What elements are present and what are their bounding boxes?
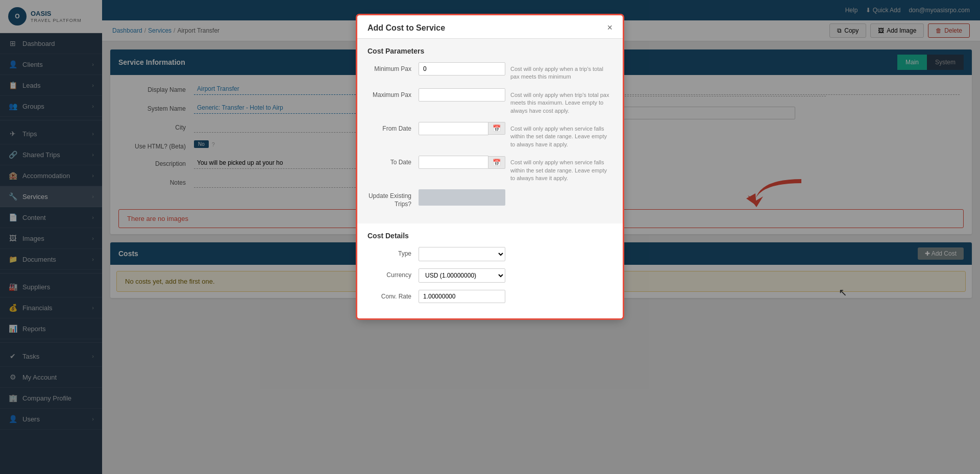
currency-select[interactable]: USD (1.00000000) EUR GBP — [419, 268, 505, 283]
type-row: Type Per Person Per Group Per Vehicle — [368, 247, 612, 261]
conv-rate-control — [419, 290, 505, 303]
modal-header: Add Cost to Service × — [357, 15, 623, 39]
to-date-hint: Cost will only apply when service falls … — [510, 156, 612, 182]
currency-row: Currency USD (1.00000000) EUR GBP — [368, 268, 612, 283]
max-pax-hint: Cost will only apply when trip's total p… — [510, 88, 612, 115]
currency-label: Currency — [368, 268, 419, 280]
update-trips-hint — [510, 189, 612, 192]
to-date-input[interactable] — [419, 156, 488, 169]
conv-rate-input[interactable] — [419, 290, 505, 303]
type-select[interactable]: Per Person Per Group Per Vehicle — [419, 247, 505, 261]
update-trips-control — [419, 189, 505, 206]
to-date-calendar-button[interactable]: 📅 — [488, 156, 505, 169]
currency-control: USD (1.00000000) EUR GBP — [419, 268, 505, 283]
type-label: Type — [368, 247, 419, 258]
update-trips-checkbox[interactable] — [419, 189, 505, 206]
to-date-control: 📅 — [419, 156, 505, 169]
cost-parameters-section: Cost Parameters Minimum Pax Cost will on… — [357, 39, 623, 223]
max-pax-input[interactable] — [419, 88, 505, 102]
min-pax-row: Minimum Pax Cost will only apply when a … — [368, 62, 612, 81]
modal-title: Add Cost to Service — [368, 23, 445, 33]
cost-details-title: Cost Details — [368, 232, 612, 240]
min-pax-control — [419, 62, 505, 76]
type-hint — [510, 247, 612, 250]
cost-details-section: Cost Details Type Per Person Per Group P… — [357, 223, 623, 318]
cost-parameters-title: Cost Parameters — [368, 47, 612, 55]
from-date-row: From Date 📅 Cost will only apply when se… — [368, 122, 612, 148]
update-trips-row: Update Existing Trips? — [368, 189, 612, 208]
conv-rate-label: Conv. Rate — [368, 290, 419, 301]
to-date-row: To Date 📅 Cost will only apply when serv… — [368, 156, 612, 182]
to-date-label: To Date — [368, 156, 419, 167]
from-date-hint: Cost will only apply when service falls … — [510, 122, 612, 148]
conv-rate-row: Conv. Rate — [368, 290, 612, 303]
max-pax-row: Maximum Pax Cost will only apply when tr… — [368, 88, 612, 115]
from-date-control: 📅 — [419, 122, 505, 135]
from-date-input[interactable] — [419, 122, 488, 135]
currency-hint — [510, 268, 612, 271]
from-date-calendar-button[interactable]: 📅 — [488, 122, 505, 135]
min-pax-hint: Cost will only apply when a trip's total… — [510, 62, 612, 81]
min-pax-label: Minimum Pax — [368, 62, 419, 73]
min-pax-input[interactable] — [419, 62, 505, 76]
modal-overlay: Add Cost to Service × Cost Parameters Mi… — [0, 0, 980, 474]
update-trips-label: Update Existing Trips? — [368, 189, 419, 208]
type-control: Per Person Per Group Per Vehicle — [419, 247, 505, 261]
max-pax-control — [419, 88, 505, 102]
modal-close-button[interactable]: × — [607, 22, 612, 33]
add-cost-modal: Add Cost to Service × Cost Parameters Mi… — [357, 15, 623, 318]
conv-rate-hint — [510, 290, 612, 293]
max-pax-label: Maximum Pax — [368, 88, 419, 99]
from-date-label: From Date — [368, 122, 419, 133]
